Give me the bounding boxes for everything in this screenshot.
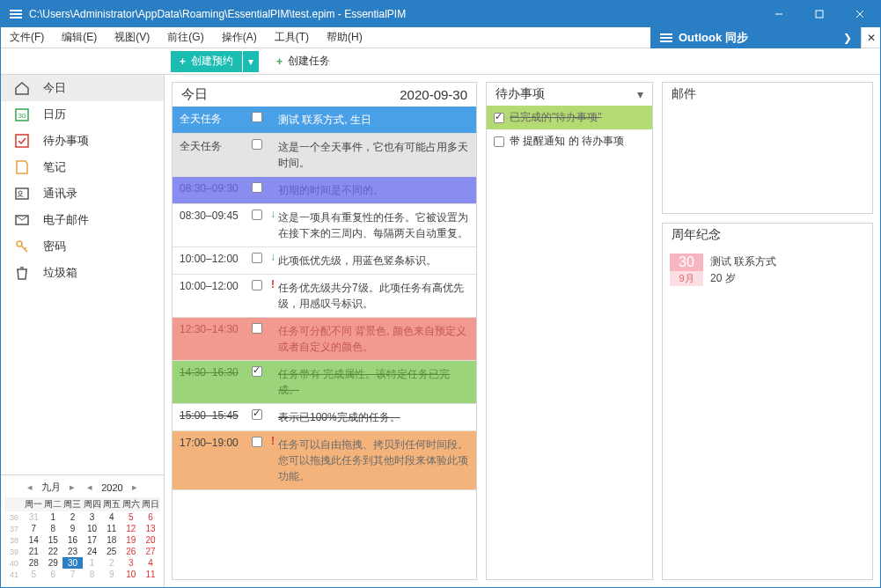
calendar-day[interactable]: 17: [83, 534, 102, 546]
maximize-button[interactable]: [799, 1, 840, 27]
calendar-day[interactable]: 18: [102, 534, 121, 546]
schedule-row[interactable]: 08:30–09:30初期的时间是不同的。: [173, 177, 476, 204]
menu-edit[interactable]: 编辑(E): [53, 27, 106, 48]
task-checkbox[interactable]: [252, 139, 262, 150]
calendar-day[interactable]: 8: [43, 523, 62, 534]
next-month-button[interactable]: ▸: [66, 481, 78, 493]
nav-notes[interactable]: 笔记: [1, 154, 164, 180]
nav-calendar[interactable]: 30 日历: [1, 101, 164, 128]
schedule-row[interactable]: 10:00–12:00!任务优先级共分7级。此项任务有高优先级，用感叹号标识。: [173, 275, 476, 318]
task-checkbox[interactable]: [252, 409, 262, 420]
nav-todo[interactable]: 待办事项: [1, 128, 164, 154]
calendar-day[interactable]: 7: [62, 569, 82, 580]
chevron-right-icon[interactable]: ❯: [840, 32, 855, 44]
sync-close-button[interactable]: ✕: [861, 27, 880, 48]
task-checkbox[interactable]: [252, 112, 262, 122]
nav-contacts[interactable]: 通讯录: [1, 180, 164, 207]
calendar-day[interactable]: 6: [43, 569, 62, 580]
calendar-day[interactable]: 5: [121, 511, 141, 523]
next-year-button[interactable]: ▸: [128, 481, 141, 493]
task-checkbox[interactable]: [252, 366, 262, 377]
calendar-day[interactable]: 9: [62, 523, 82, 534]
anniversary-title: 周年纪念: [672, 227, 721, 243]
menu-view[interactable]: 视图(V): [106, 27, 158, 48]
create-task-button[interactable]: + 创建任务: [268, 51, 339, 72]
schedule-row[interactable]: 17:00–19:00!任务可以自由拖拽、拷贝到任何时间段。您可以拖拽此任务到其…: [173, 431, 476, 490]
calendar-day[interactable]: 3: [83, 511, 102, 523]
calendar-day[interactable]: 28: [24, 557, 43, 569]
calendar-day[interactable]: 9: [102, 569, 121, 580]
todo-checkbox[interactable]: [494, 136, 504, 147]
schedule-row[interactable]: 08:30–09:45↓这是一项具有重复性的任务。它被设置为在接下来的三周内、每…: [173, 204, 476, 247]
calendar-day[interactable]: 13: [141, 523, 160, 534]
calendar-day[interactable]: 25: [102, 546, 121, 557]
nav-mail[interactable]: 电子邮件: [1, 207, 164, 233]
calendar-day[interactable]: 4: [102, 511, 121, 523]
task-checkbox[interactable]: [252, 209, 262, 220]
calendar-day[interactable]: 2: [102, 557, 121, 569]
task-checkbox[interactable]: [252, 323, 262, 334]
calendar-day[interactable]: 19: [121, 534, 141, 546]
menu-file[interactable]: 文件(F): [1, 27, 53, 48]
calendar-day[interactable]: 6: [141, 511, 160, 523]
create-appointment-button[interactable]: + 创建预约: [171, 51, 242, 72]
calendar-day[interactable]: 30: [62, 557, 82, 569]
menu-tools[interactable]: 工具(T): [266, 27, 318, 48]
mini-calendar-grid[interactable]: 周一周二周三周四周五周六周日 3631123456377891011121338…: [4, 497, 160, 580]
nav-passwords[interactable]: 密码: [1, 233, 164, 260]
task-checkbox[interactable]: [252, 437, 262, 447]
menu-help[interactable]: 帮助(H): [318, 27, 371, 48]
today-date: 2020-09-30: [400, 87, 467, 102]
task-checkbox[interactable]: [252, 182, 262, 193]
schedule-row[interactable]: 全天任务测试 联系方式, 生日: [173, 107, 476, 134]
calendar-day[interactable]: 21: [24, 546, 43, 557]
todo-checkbox[interactable]: [494, 113, 504, 123]
calendar-day[interactable]: 29: [43, 557, 62, 569]
schedule-row[interactable]: 14:30–16:30任务带有 完成属性。该特定任务已完成。: [173, 361, 476, 404]
calendar-day[interactable]: 22: [43, 546, 62, 557]
calendar-day[interactable]: 23: [62, 546, 82, 557]
todo-item[interactable]: 带 提醒通知 的 待办事项: [487, 129, 652, 153]
schedule-row[interactable]: 全天任务这是一个全天事件，它也有可能占用多天时间。: [173, 134, 476, 177]
calendar-day[interactable]: 11: [141, 569, 160, 580]
calendar-day[interactable]: 7: [24, 523, 43, 534]
task-checkbox[interactable]: [252, 280, 262, 290]
calendar-day[interactable]: 5: [24, 569, 43, 580]
note-icon: [13, 158, 31, 176]
calendar-day[interactable]: 8: [83, 569, 102, 580]
schedule-row[interactable]: 12:30–14:30任务可分配不同 背景色, 颜色来自预定义或者自定义的颜色。: [173, 318, 476, 361]
calendar-day[interactable]: 16: [62, 534, 82, 546]
calendar-day[interactable]: 3: [121, 557, 141, 569]
schedule-row[interactable]: 10:00–12:00↓此项低优先级，用蓝色竖条标识。: [173, 247, 476, 275]
calendar-day[interactable]: 4: [141, 557, 160, 569]
calendar-day[interactable]: 24: [83, 546, 102, 557]
mail-title: 邮件: [672, 86, 696, 102]
menu-actions[interactable]: 操作(A): [213, 27, 266, 48]
schedule-row[interactable]: 15:00–15:45表示已100%完成的任务。: [173, 404, 476, 431]
calendar-day[interactable]: 20: [141, 534, 160, 546]
menu-go[interactable]: 前往(G): [158, 27, 212, 48]
todo-item[interactable]: 已完成的"待办事项": [487, 106, 652, 129]
task-checkbox[interactable]: [252, 253, 262, 263]
calendar-day[interactable]: 12: [121, 523, 141, 534]
nav-trash[interactable]: 垃圾箱: [1, 260, 164, 286]
create-appointment-dropdown[interactable]: ▾: [243, 51, 259, 72]
calendar-day[interactable]: 15: [43, 534, 62, 546]
outlook-sync-header[interactable]: Outlook 同步 ❯: [650, 27, 861, 48]
prev-year-button[interactable]: ◂: [84, 481, 96, 493]
calendar-day[interactable]: 14: [24, 534, 43, 546]
calendar-day[interactable]: 31: [24, 511, 43, 523]
close-button[interactable]: [840, 1, 880, 27]
nav-today[interactable]: 今日: [1, 75, 164, 101]
calendar-day[interactable]: 1: [83, 557, 102, 569]
calendar-day[interactable]: 10: [121, 569, 141, 580]
minimize-button[interactable]: [759, 1, 799, 27]
expand-icon[interactable]: ▾: [637, 87, 643, 101]
calendar-day[interactable]: 1: [43, 511, 62, 523]
calendar-day[interactable]: 11: [102, 523, 121, 534]
prev-month-button[interactable]: ◂: [24, 481, 36, 493]
calendar-day[interactable]: 10: [83, 523, 102, 534]
calendar-day[interactable]: 26: [121, 546, 141, 557]
calendar-day[interactable]: 2: [62, 511, 82, 523]
calendar-day[interactable]: 27: [141, 546, 160, 557]
